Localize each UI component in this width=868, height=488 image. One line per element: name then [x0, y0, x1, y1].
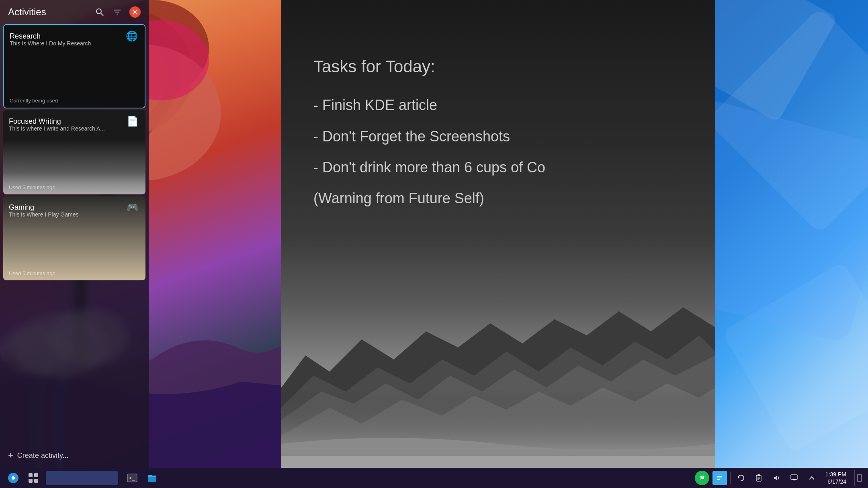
svg-text:>_: >_ — [129, 475, 135, 481]
writing-name: Focused Writing — [9, 117, 61, 126]
svg-rect-34 — [757, 474, 760, 476]
svg-point-20 — [12, 476, 15, 480]
taskbar-right: 1:39 PM 6/17/24 — [695, 470, 864, 486]
svg-rect-22 — [34, 473, 38, 477]
activities-panel-title: Activities — [8, 6, 46, 18]
file-manager-icon[interactable] — [143, 469, 162, 487]
notes-tray-icon[interactable] — [712, 471, 727, 485]
create-activity-button[interactable]: + Create activity... — [0, 443, 149, 468]
svg-point-28 — [698, 474, 706, 482]
show-desktop-button[interactable] — [854, 470, 864, 486]
tasks-text-area: Tasks for Today: - Finish KDE article - … — [313, 52, 691, 210]
tray-separator — [730, 472, 731, 484]
wallpaper-middle: Tasks for Today: - Finish KDE article - … — [281, 0, 715, 468]
spotify-tray-icon[interactable] — [695, 471, 709, 485]
research-name: Research — [10, 32, 41, 41]
wallpaper-right — [715, 0, 868, 468]
svg-rect-27 — [148, 477, 156, 482]
clock-date: 6/17/24 — [827, 478, 846, 485]
research-desc: This Is Where I Do My Research — [4, 40, 145, 47]
task-line-1: - Finish KDE article — [313, 93, 691, 117]
svg-rect-38 — [791, 475, 797, 480]
svg-rect-41 — [858, 474, 862, 482]
task-line-2: - Don't Forget the Screenshots — [313, 124, 691, 149]
svg-rect-10 — [281, 456, 715, 468]
svg-rect-23 — [29, 479, 33, 483]
svg-rect-24 — [34, 479, 38, 483]
tasks-title: Tasks for Today: — [313, 52, 691, 81]
writing-status: Used 5 minutes ago — [9, 184, 55, 190]
active-window-button[interactable] — [46, 471, 118, 485]
gaming-name: Gaming — [9, 203, 34, 212]
kde-launcher[interactable] — [4, 469, 23, 487]
task-line-3: - Don't drink more than 6 cups of Co — [313, 155, 691, 180]
activities-list: Research 🌐 This Is Where I Do My Researc… — [0, 22, 149, 443]
task-line-4: (Warning from Future Self) — [313, 186, 691, 210]
create-plus-icon: + — [8, 450, 13, 461]
activities-panel: Activities — [0, 0, 149, 468]
volume-tray-icon[interactable] — [769, 471, 784, 485]
taskbar: >_ — [0, 468, 868, 488]
search-icon[interactable] — [94, 6, 105, 18]
writing-desc: This is where I write and Research A... — [3, 125, 145, 132]
network-tray-icon[interactable] — [787, 471, 801, 485]
svg-point-11 — [96, 9, 101, 14]
taskbar-left: >_ — [4, 469, 695, 487]
refresh-tray-icon[interactable] — [734, 471, 748, 485]
header-icons — [94, 6, 141, 18]
activities-taskbar-icon[interactable] — [24, 469, 43, 487]
terminal-icon[interactable]: >_ — [123, 469, 141, 487]
gaming-desc: This is Where I Play Games — [3, 211, 145, 218]
activities-header: Activities — [0, 0, 149, 22]
svg-rect-21 — [29, 473, 33, 477]
active-window-label — [81, 475, 83, 481]
close-button[interactable] — [129, 6, 141, 18]
system-clock[interactable]: 1:39 PM 6/17/24 — [822, 471, 850, 485]
create-activity-label: Create activity... — [17, 451, 69, 460]
filter-icon[interactable] — [112, 6, 123, 18]
clipboard-tray-icon[interactable] — [751, 471, 766, 485]
activity-card-writing[interactable]: Focused Writing 📄 This is where I write … — [3, 110, 145, 194]
gaming-status: Used 5 minutes ago — [9, 270, 55, 276]
activity-card-gaming[interactable]: Gaming 🎮 This is Where I Play Games Used… — [3, 196, 145, 280]
activity-card-research[interactable]: Research 🌐 This Is Where I Do My Researc… — [3, 24, 145, 108]
svg-line-12 — [101, 13, 103, 16]
chevron-up-icon[interactable] — [805, 471, 819, 485]
clock-time: 1:39 PM — [825, 471, 846, 478]
research-status: Currently being used — [10, 98, 58, 104]
